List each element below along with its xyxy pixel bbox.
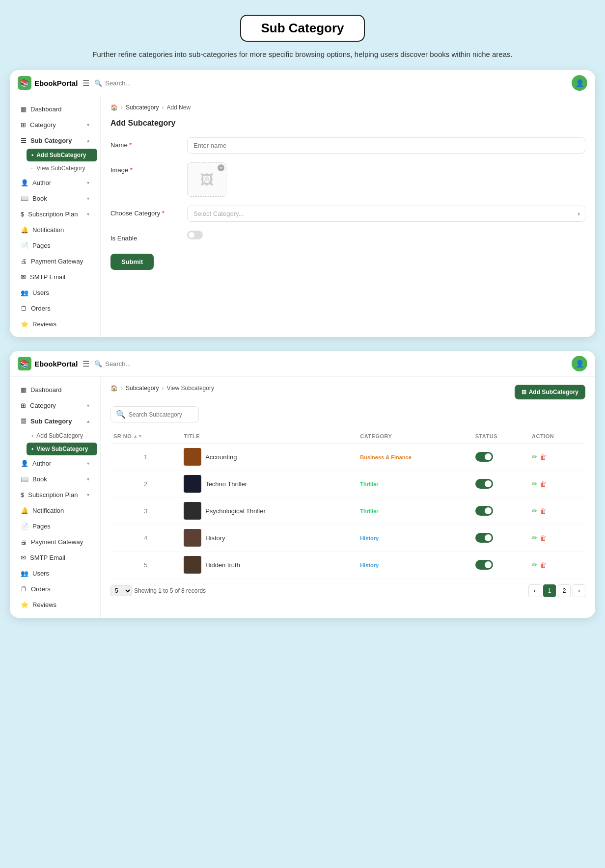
- search-input[interactable]: [105, 79, 567, 87]
- is-enable-toggle[interactable]: [187, 231, 203, 239]
- edit-button-3[interactable]: ✏: [532, 534, 538, 542]
- app-name: EbookPortal: [34, 79, 78, 87]
- sidebar-item-subscription[interactable]: $ Subscription Plan ▾: [13, 207, 97, 222]
- sidebar2-item-subcategory[interactable]: ☰ Sub Category ▴: [13, 414, 97, 429]
- sidebar2-item-pages[interactable]: 📄 Pages: [13, 519, 97, 534]
- search-input2[interactable]: [105, 360, 567, 368]
- edit-button-2[interactable]: ✏: [532, 507, 538, 515]
- bullet-icon: ◦: [31, 165, 33, 172]
- sidebar-item-payment[interactable]: 🖨 Payment Gateway: [13, 254, 97, 269]
- sidebar-label-subscription: Subscription Plan: [28, 210, 78, 218]
- sidebar-item-author[interactable]: 👤 Author ▾: [13, 175, 97, 190]
- cell-status: [472, 525, 529, 552]
- sidebar2-item-subscription[interactable]: $ Subscription Plan ▾: [13, 487, 97, 502]
- sidebar-subitem-view[interactable]: ◦ View SubCategory: [27, 162, 97, 175]
- cell-action: ✏ 🗑: [529, 525, 585, 552]
- sidebar2-item-notification[interactable]: 🔔 Notification: [13, 503, 97, 518]
- sidebar2-item-reviews[interactable]: ⭐ Reviews: [13, 597, 97, 612]
- subscription-icon2: $: [21, 491, 24, 499]
- sidebar-item-users[interactable]: 👥 Users: [13, 285, 97, 300]
- sidebar2-subitem-add[interactable]: ◦ Add SubCategory: [27, 429, 97, 442]
- next-page-button[interactable]: ›: [573, 584, 585, 597]
- menu-icon2[interactable]: ☰: [82, 359, 89, 368]
- add-subcategory-button[interactable]: ⊞ Add SubCategory: [515, 385, 585, 399]
- name-label: Name *: [110, 137, 179, 149]
- submit-button[interactable]: Submit: [110, 254, 154, 270]
- sidebar-subitem-add[interactable]: • Add SubCategory: [27, 149, 97, 161]
- cell-category: History: [357, 552, 472, 579]
- delete-button-1[interactable]: 🗑: [540, 480, 547, 488]
- sidebar2-item-orders[interactable]: 🗒 Orders: [13, 581, 97, 597]
- table-row: 2 Techno Thriller Thriller ✏ 🗑: [110, 471, 585, 498]
- sidebar-item-reviews[interactable]: ⭐ Reviews: [13, 316, 97, 332]
- sidebar-item-book[interactable]: 📖 Book ▾: [13, 191, 97, 206]
- sidebar-item-dashboard[interactable]: ▦ Dashboard: [13, 102, 97, 117]
- status-toggle-3[interactable]: [475, 533, 493, 543]
- image-field-row: Image * ✏ 🖼: [110, 162, 585, 197]
- sidebar-item-category[interactable]: ⊞ Category ▾: [13, 117, 97, 132]
- sidebar-label-author: Author: [32, 179, 51, 186]
- page-2-button[interactable]: 2: [558, 584, 571, 597]
- panel-body2: ▦ Dashboard ⊞ Category ▾ ☰ Sub Category …: [10, 377, 595, 618]
- sidebar-item-pages[interactable]: 📄 Pages: [13, 238, 97, 253]
- cell-srno: 1: [110, 444, 181, 471]
- search-subcategory-input[interactable]: [129, 411, 193, 418]
- sidebar-label-book: Book: [32, 195, 47, 202]
- cell-title: Accounting: [181, 444, 357, 471]
- sidebar2-label-subcategory: Sub Category: [30, 418, 72, 425]
- subcategory-icon: ☰: [21, 137, 27, 144]
- breadcrumb-subcategory[interactable]: Subcategory: [126, 104, 159, 111]
- edit-button-1[interactable]: ✏: [532, 480, 538, 488]
- cell-action: ✏ 🗑: [529, 471, 585, 498]
- cell-category: History: [357, 525, 472, 552]
- sidebar2-item-smtp[interactable]: ✉ SMTP Email: [13, 550, 97, 565]
- sidebar2-subitem-view[interactable]: • View SubCategory: [27, 443, 97, 455]
- subcategory-table: SR NO ▲▼ TITLE CATEGORY STATUS ACTION 1 …: [110, 429, 585, 579]
- cell-category: Thriller: [357, 471, 472, 498]
- sidebar-item-subcategory[interactable]: ☰ Sub Category ▴: [13, 133, 97, 148]
- page-1-button[interactable]: 1: [543, 584, 556, 597]
- name-input[interactable]: [187, 137, 585, 154]
- edit-button-0[interactable]: ✏: [532, 453, 538, 461]
- per-page-select[interactable]: 5 10 25: [110, 585, 132, 596]
- category-select[interactable]: Select Category...: [187, 206, 585, 222]
- status-toggle-1[interactable]: [475, 479, 493, 489]
- sidebar2-item-payment[interactable]: 🖨 Payment Gateway: [13, 534, 97, 550]
- sidebar2-item-dashboard[interactable]: ▦ Dashboard: [13, 382, 97, 397]
- status-toggle-4[interactable]: [475, 560, 493, 570]
- status-toggle-2[interactable]: [475, 506, 493, 516]
- delete-button-0[interactable]: 🗑: [540, 453, 547, 461]
- status-toggle-0[interactable]: [475, 452, 493, 462]
- th-status: STATUS: [472, 429, 529, 444]
- search-area2: 🔍: [94, 360, 567, 368]
- cell-title: History: [181, 525, 357, 552]
- cell-status: [472, 552, 529, 579]
- edit-button-4[interactable]: ✏: [532, 561, 538, 569]
- sidebar2-item-users[interactable]: 👥 Users: [13, 566, 97, 581]
- cell-status: [472, 498, 529, 525]
- breadcrumb2-subcategory[interactable]: Subcategory: [126, 385, 159, 392]
- sidebar-item-orders[interactable]: 🗒 Orders: [13, 301, 97, 316]
- sidebar-item-notification[interactable]: 🔔 Notification: [13, 222, 97, 237]
- logo2: 📚 EbookPortal: [18, 357, 78, 370]
- reviews-icon: ⭐: [21, 320, 28, 328]
- chevron-down-icon2: ▾: [87, 492, 89, 498]
- sidebar-item-smtp[interactable]: ✉ SMTP Email: [13, 269, 97, 285]
- delete-button-2[interactable]: 🗑: [540, 507, 547, 515]
- prev-page-button[interactable]: ‹: [528, 584, 541, 597]
- sidebar2-item-author[interactable]: 👤 Author ▾: [13, 456, 97, 471]
- chevron-down-icon: ▾: [87, 196, 89, 201]
- th-srno[interactable]: SR NO ▲▼: [110, 429, 181, 444]
- breadcrumb: 🏠 › Subcategory › Add New: [110, 104, 585, 111]
- add-form-content: 🏠 › Subcategory › Add New Add Subcategor…: [101, 96, 595, 337]
- chevron-down-icon: ▾: [87, 180, 89, 185]
- delete-button-3[interactable]: 🗑: [540, 534, 547, 542]
- sidebar2-item-book[interactable]: 📖 Book ▾: [13, 472, 97, 487]
- subcategory-submenu: • Add SubCategory ◦ View SubCategory: [10, 149, 100, 175]
- menu-icon[interactable]: ☰: [82, 79, 89, 88]
- category-select-wrap: Select Category... ▾: [187, 206, 585, 222]
- pagination-buttons: ‹ 1 2 ›: [528, 584, 585, 597]
- image-upload[interactable]: ✏ 🖼: [187, 162, 226, 197]
- sidebar2-item-category[interactable]: ⊞ Category ▾: [13, 398, 97, 413]
- delete-button-4[interactable]: 🗑: [540, 561, 547, 569]
